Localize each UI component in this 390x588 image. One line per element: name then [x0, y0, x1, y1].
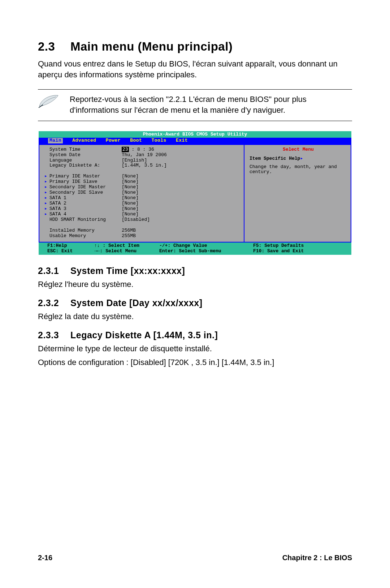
- bios-settings-pane: System Time23 : 8 : 36System DateThu, Ja…: [39, 145, 244, 242]
- help-text: Change the day, month, year and century.: [250, 164, 347, 175]
- select-menu-label: Select Menu: [250, 147, 347, 153]
- bios-setting-row[interactable]: ▸Primary IDE Slave[None]: [44, 179, 242, 185]
- setting-value: [None]: [122, 211, 139, 217]
- setting-value: [None]: [122, 184, 139, 190]
- setting-value: [None]: [122, 206, 139, 211]
- submenu-arrow-icon: ▸: [44, 190, 49, 196]
- bios-body: System Time23 : 8 : 36System DateThu, Ja…: [39, 144, 351, 243]
- bios-setting-row[interactable]: ▸Secondary IDE Slave[None]: [44, 190, 242, 196]
- setting-value: [None]: [122, 201, 139, 206]
- setting-label: System Date: [49, 153, 122, 158]
- submenu-arrow-icon: ▸: [44, 185, 49, 190]
- setting-label: Primary IDE Master: [49, 174, 122, 179]
- bios-setting-row[interactable]: ▸SATA 4[None]: [44, 212, 242, 217]
- setting-label: Installed Memory: [49, 228, 122, 233]
- section-number: 2.3: [38, 40, 70, 53]
- section-heading: 2.3Main menu (Menu principal): [38, 40, 352, 53]
- subsection-heading: 2.3.1System Time [xx:xx:xxxx]: [38, 266, 352, 276]
- page-footer: 2-16 Chapitre 2 : Le BIOS: [38, 554, 352, 562]
- setting-label: Secondary IDE Master: [49, 185, 122, 190]
- feather-icon: [38, 94, 60, 108]
- section-title-text: Main menu (Menu principal): [70, 40, 233, 53]
- submenu-arrow-icon: ▸: [44, 179, 49, 185]
- bios-setting-row[interactable]: Installed Memory256MB: [44, 228, 242, 233]
- setting-label: SATA 2: [49, 201, 122, 206]
- setting-label: Legacy Diskette A:: [49, 163, 122, 168]
- foot-setup-defaults: F5: Setup Defaults: [253, 243, 348, 249]
- bios-help-pane: Select Menu Item Specific Help▸ Change t…: [244, 145, 351, 242]
- bios-menu-bar: MainAdvancedPowerBootToolsExit: [39, 138, 351, 144]
- bios-setting-row[interactable]: ▸SATA 2[None]: [44, 201, 242, 206]
- subsection-number: 2.3.3: [38, 330, 70, 340]
- setting-label: HDD SMART Monitoring: [49, 217, 122, 223]
- bios-setting-row[interactable]: HDD SMART Monitoring[Disabled]: [44, 217, 242, 223]
- subsection-number: 2.3.2: [38, 298, 70, 308]
- bios-setting-row[interactable]: ▸Primary IDE Master[None]: [44, 174, 242, 179]
- foot-change-value: -/+: Change Value: [159, 243, 253, 249]
- bios-screenshot: Phoenix-Award BIOS CMOS Setup Utility Ma…: [39, 131, 351, 255]
- setting-value: [None]: [122, 173, 139, 179]
- submenu-arrow-icon: ▸: [44, 201, 49, 206]
- foot-select-submenu: Enter: Select Sub-menu: [159, 249, 253, 254]
- bios-tab-main[interactable]: Main: [48, 138, 63, 143]
- bios-setting-row: [44, 223, 242, 228]
- foot-select-menu: →←: Select Menu: [94, 249, 159, 254]
- subsection-body: Réglez la date du système.: [38, 311, 352, 322]
- setting-label: SATA 1: [49, 196, 122, 201]
- bios-setting-row[interactable]: ▸SATA 3[None]: [44, 206, 242, 212]
- bios-tab-exit[interactable]: Exit: [176, 138, 188, 143]
- subsection-heading: 2.3.2System Date [Day xx/xx/xxxx]: [38, 298, 352, 308]
- bios-tab-tools[interactable]: Tools: [151, 138, 166, 143]
- setting-value: Thu, Jan 19 2006: [122, 152, 167, 158]
- submenu-arrow-icon: ▸: [44, 174, 49, 179]
- subsection-body: Options de configuration : [Disabled] [7…: [38, 357, 352, 368]
- bios-tab-boot[interactable]: Boot: [130, 138, 142, 143]
- intro-paragraph: Quand vous entrez dans le Setup du BIOS,…: [38, 59, 352, 80]
- setting-value: [None]: [122, 179, 139, 184]
- bios-setting-row[interactable]: ▸Secondary IDE Master[None]: [44, 185, 242, 190]
- setting-value: [None]: [122, 195, 139, 201]
- setting-value: [English]: [122, 158, 147, 163]
- bios-setting-row[interactable]: System DateThu, Jan 19 2006: [44, 153, 242, 158]
- foot-select-item: ↑↓ : Select Item: [94, 243, 159, 249]
- bios-tab-advanced[interactable]: Advanced: [72, 138, 96, 143]
- setting-value: 255MB: [122, 233, 136, 239]
- setting-value-selected[interactable]: 23: [122, 147, 129, 152]
- setting-label: Secondary IDE Slave: [49, 190, 122, 196]
- subsection-title: Legacy Diskette A [1.44M, 3.5 in.]: [70, 330, 218, 340]
- foot-exit: ESC: Exit: [47, 249, 94, 254]
- subsection-title: System Date [Day xx/xx/xxxx]: [70, 298, 203, 308]
- bios-setting-row[interactable]: System Time23 : 8 : 36: [44, 147, 242, 153]
- subsection-heading: 2.3.3Legacy Diskette A [1.44M, 3.5 in.]: [38, 330, 352, 340]
- submenu-arrow-icon: ▸: [44, 196, 49, 201]
- bios-tab-power[interactable]: Power: [106, 138, 121, 143]
- note-box: Reportez-vous à la section "2.2.1 L'écra…: [38, 89, 352, 121]
- subsection-body: Détermine le type de lecteur de disquett…: [38, 343, 352, 354]
- submenu-arrow-icon: ▸: [44, 212, 49, 217]
- setting-value-suffix: : 8 : 36: [129, 147, 154, 152]
- bios-setting-row[interactable]: Language[English]: [44, 158, 242, 163]
- subsection-title: System Time [xx:xx:xxxx]: [70, 266, 185, 276]
- chapter-label: Chapitre 2 : Le BIOS: [282, 554, 352, 562]
- note-text: Reportez-vous à la section "2.2.1 L'écra…: [70, 94, 352, 115]
- setting-value: [None]: [122, 190, 139, 195]
- foot-save-exit: F10: Save and Exit: [253, 249, 348, 254]
- bios-setting-row[interactable]: Usable Memory255MB: [44, 233, 242, 239]
- setting-label: SATA 4: [49, 212, 122, 217]
- setting-label: Usable Memory: [49, 233, 122, 239]
- setting-label: Primary IDE Slave: [49, 179, 122, 185]
- bios-setting-row[interactable]: ▸SATA 1[None]: [44, 196, 242, 201]
- item-specific-help-text: Item Specific Help: [250, 156, 300, 161]
- bios-footer: F1:Help ↑↓ : Select Item -/+: Change Val…: [39, 243, 351, 255]
- setting-value: [Disabled]: [122, 217, 150, 222]
- foot-help: F1:Help: [47, 243, 94, 249]
- setting-value: [1.44M, 3.5 in.]: [122, 163, 167, 168]
- setting-label: Language: [49, 158, 122, 163]
- bios-setting-row: [44, 168, 242, 174]
- item-specific-help-label: Item Specific Help▸: [250, 156, 347, 162]
- subsection-number: 2.3.1: [38, 266, 70, 276]
- bios-setting-row[interactable]: Legacy Diskette A:[1.44M, 3.5 in.]: [44, 163, 242, 168]
- setting-value: 256MB: [122, 228, 136, 233]
- setting-label: SATA 3: [49, 206, 122, 212]
- page-number: 2-16: [38, 554, 52, 562]
